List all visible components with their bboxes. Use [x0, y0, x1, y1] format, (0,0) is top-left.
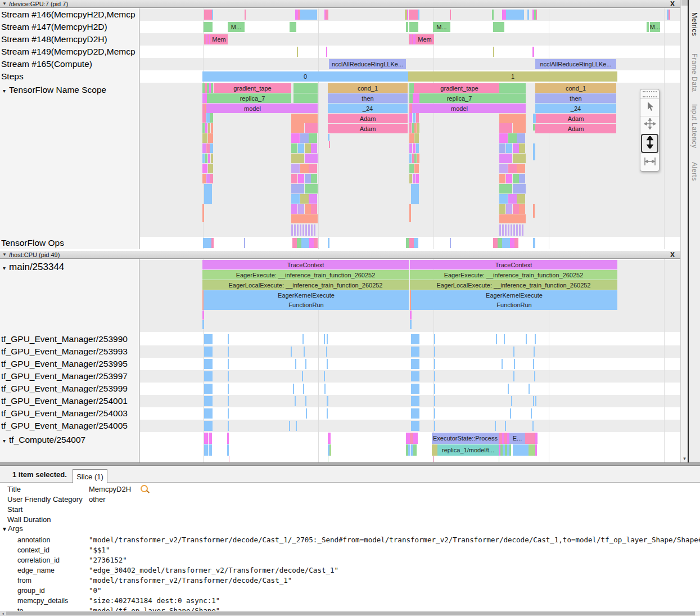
trace-event-block[interactable]: [499, 204, 505, 214]
trace-event-block[interactable]: [291, 154, 304, 163]
trace-event-block[interactable]: [204, 359, 213, 369]
trace-event-block[interactable]: [297, 238, 301, 248]
trace-event-block[interactable]: [302, 334, 304, 344]
trace-event-block[interactable]: [291, 174, 297, 183]
trace-event-block[interactable]: [202, 133, 207, 143]
scroll-down-icon[interactable]: ▾: [681, 456, 688, 461]
trace-event-block[interactable]: [202, 113, 206, 123]
trace-event-block[interactable]: [413, 433, 418, 444]
trace-event-block[interactable]: [417, 154, 419, 163]
trace-event-block[interactable]: [291, 184, 304, 194]
tab-frame-data[interactable]: Frame Data: [690, 53, 698, 92]
trace-event-block[interactable]: [293, 83, 318, 93]
trace-event-block[interactable]: [295, 396, 296, 406]
trace-event-block[interactable]: [411, 359, 419, 369]
trace-event-block[interactable]: [311, 204, 317, 214]
trace-event-block[interactable]: [245, 10, 246, 20]
trace-event-block[interactable]: [532, 47, 534, 57]
trace-event-block[interactable]: [291, 114, 318, 123]
trace-event-block[interactable]: [204, 371, 213, 381]
trace-event-block[interactable]: [291, 194, 300, 204]
trace-event-block[interactable]: [516, 224, 518, 236]
trace-event-block[interactable]: [293, 93, 318, 103]
trace-event-block[interactable]: _24: [535, 104, 616, 113]
trace-event-block[interactable]: ExecutorState::Process: [432, 433, 499, 444]
trace-event-block[interactable]: [208, 133, 213, 143]
trace-event-block[interactable]: [204, 421, 213, 431]
panel-splitter[interactable]: [0, 462, 700, 466]
trace-event-block[interactable]: EagerExecute: __inference_train_function…: [202, 270, 409, 280]
trace-event-block[interactable]: [508, 194, 517, 204]
trace-event-block[interactable]: [301, 238, 309, 248]
trace-event-block[interactable]: [296, 421, 297, 431]
trace-event-block[interactable]: [416, 113, 419, 123]
trace-event-block[interactable]: [298, 174, 304, 183]
trace-event-block[interactable]: [508, 384, 509, 394]
trace-event-block[interactable]: [536, 10, 537, 20]
trace-event-block[interactable]: [326, 47, 327, 57]
trace-event-block[interactable]: [411, 421, 419, 431]
trace-event-block[interactable]: [535, 433, 538, 444]
trace-event-block[interactable]: EagerExecute: __inference_train_function…: [410, 270, 617, 280]
trace-event-block[interactable]: [414, 154, 417, 163]
trace-event-block[interactable]: [534, 371, 535, 381]
trace-event-block[interactable]: [409, 143, 412, 153]
trace-event-block[interactable]: [517, 164, 525, 173]
trace-event-block[interactable]: [328, 134, 329, 141]
trace-event-block[interactable]: [506, 204, 512, 214]
trace-event-block[interactable]: [529, 384, 530, 394]
trace-event-block[interactable]: [292, 238, 297, 248]
trace-event-block[interactable]: [499, 184, 512, 194]
close-icon[interactable]: X: [670, 251, 675, 259]
zoom-tool-button[interactable]: [641, 134, 658, 153]
trace-event-block[interactable]: [309, 194, 317, 204]
trace-event-block[interactable]: [499, 123, 512, 133]
tab-slice[interactable]: Slice (1): [73, 469, 107, 483]
trace-event-block[interactable]: [211, 123, 213, 133]
trace-event-block[interactable]: [416, 143, 419, 153]
trace-event-block[interactable]: [409, 83, 414, 93]
trace-event-block[interactable]: [291, 123, 304, 133]
trace-event-block[interactable]: FunctionRun: [411, 300, 617, 310]
trace-event-block[interactable]: [533, 359, 534, 369]
trace-event-block[interactable]: [526, 334, 527, 344]
trace-event-block[interactable]: [506, 143, 512, 153]
trace-event-block[interactable]: [499, 93, 526, 103]
drag-handle-icon[interactable]: [643, 91, 657, 97]
trace-event-block[interactable]: [406, 433, 410, 444]
trace-event-block[interactable]: [309, 133, 317, 143]
trace-event-block[interactable]: [531, 408, 532, 419]
trace-event-block[interactable]: [326, 10, 328, 20]
trace-event-block[interactable]: [228, 359, 229, 369]
trace-event-block[interactable]: [202, 123, 205, 133]
trace-event-block[interactable]: [411, 396, 419, 406]
trace-event-block[interactable]: [533, 396, 534, 406]
horizontal-scrollbar[interactable]: ◂: [0, 611, 700, 616]
trace-event-block[interactable]: [499, 143, 505, 153]
track-label-tf-name-scope[interactable]: ▾TensorFlow Name Scope: [3, 85, 106, 95]
trace-event-block[interactable]: [413, 93, 419, 103]
trace-event-block[interactable]: [311, 224, 313, 236]
collapse-triangle-icon[interactable]: ▾: [3, 88, 6, 94]
trace-event-block[interactable]: [434, 421, 435, 431]
trace-event-block[interactable]: [327, 334, 328, 344]
trace-event-block[interactable]: [499, 214, 526, 223]
trace-event-block[interactable]: [328, 238, 329, 248]
trace-event-block[interactable]: [205, 154, 207, 163]
trace-event-block[interactable]: [532, 421, 534, 431]
trace-event-block[interactable]: [204, 334, 213, 344]
trace-event-block[interactable]: [314, 238, 318, 248]
trace-event-block[interactable]: [499, 164, 508, 173]
trace-event-block[interactable]: [504, 334, 505, 344]
trace-event-block[interactable]: [300, 10, 317, 20]
trace-event-block[interactable]: [227, 444, 229, 456]
trace-event-block[interactable]: [210, 174, 213, 183]
trace-event-block[interactable]: Adam: [535, 124, 616, 133]
trace-event-block[interactable]: ncclAllReduceRingLLKe...: [329, 59, 406, 69]
trace-event-block[interactable]: TraceContext: [410, 260, 617, 269]
trace-event-block[interactable]: then: [328, 93, 408, 103]
trace-event-block[interactable]: [204, 433, 208, 444]
trace-event-block[interactable]: [411, 184, 419, 204]
trace-event-block[interactable]: [496, 334, 497, 344]
trace-event-block[interactable]: [204, 384, 213, 394]
